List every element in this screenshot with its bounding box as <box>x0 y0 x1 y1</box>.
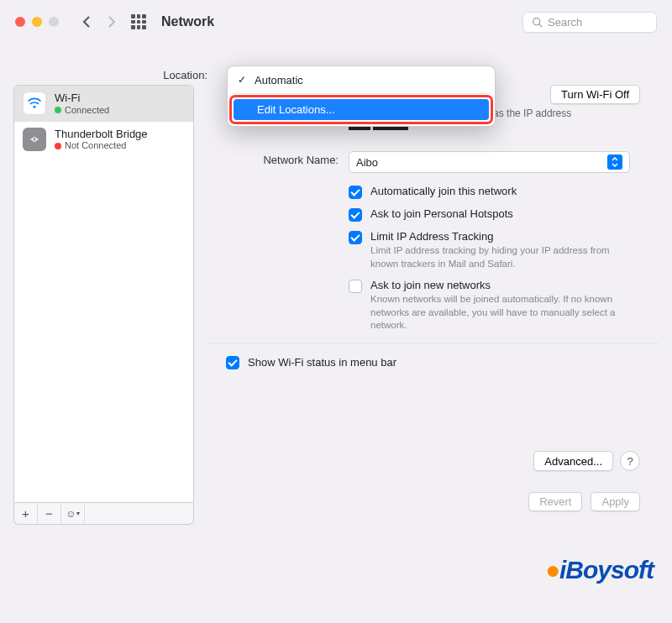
add-interface-button[interactable]: + <box>14 503 38 524</box>
search-icon <box>532 17 543 28</box>
network-name-value: Aibo <box>356 156 378 169</box>
hotspots-checkbox[interactable] <box>349 208 362 222</box>
ask-new-description: Known networks will be joined automatica… <box>370 293 631 332</box>
svg-point-2 <box>34 106 36 108</box>
auto-join-checkbox[interactable] <box>349 186 362 199</box>
watermark: ●iBoysoft <box>545 556 654 584</box>
auto-join-label: Automatically join this network <box>370 185 517 197</box>
advanced-button[interactable]: Advanced... <box>533 451 613 471</box>
location-dropdown: Automatic Edit Locations... <box>227 65 496 127</box>
forward-button[interactable] <box>102 13 121 31</box>
menubar-label: Show Wi-Fi status in menu bar <box>248 356 396 369</box>
search-field[interactable]: Search <box>522 12 657 33</box>
show-all-icon[interactable] <box>131 14 146 29</box>
sidebar-item-status: Not Connected <box>65 140 126 151</box>
sidebar-item-status: Connected <box>65 105 109 116</box>
chevron-updown-icon <box>607 154 622 170</box>
wifi-icon <box>23 92 46 115</box>
turn-wifi-off-button[interactable]: Turn Wi-Fi Off <box>550 85 640 104</box>
network-name-select[interactable]: Aibo <box>349 151 630 173</box>
location-option-edit[interactable]: Edit Locations... <box>234 99 489 120</box>
sidebar-item-name: Thunderbolt Bridge <box>55 128 148 141</box>
separator <box>206 343 659 343</box>
svg-line-1 <box>539 24 542 26</box>
limit-ip-label: Limit IP Address Tracking <box>370 230 631 243</box>
annotation-highlight: Edit Locations... <box>229 95 493 124</box>
search-placeholder: Search <box>548 16 582 29</box>
minimize-window-button[interactable] <box>32 17 42 27</box>
svg-point-0 <box>533 18 540 24</box>
sidebar-item-name: Wi-Fi <box>55 92 109 105</box>
apply-button[interactable]: Apply <box>591 492 640 511</box>
network-name-label: Network Name: <box>206 151 349 173</box>
sidebar-item-thunderbolt[interactable]: Thunderbolt Bridge Not Connected <box>14 122 193 158</box>
thunderbolt-icon <box>23 128 46 151</box>
interface-actions-button[interactable]: ☺︎▾ <box>61 503 85 524</box>
revert-button[interactable]: Revert <box>528 492 582 511</box>
ask-new-checkbox[interactable] <box>349 280 362 293</box>
limit-ip-checkbox[interactable] <box>349 231 362 244</box>
zoom-window-button <box>49 17 59 27</box>
location-option-automatic[interactable]: Automatic <box>231 70 491 91</box>
sidebar: Wi-Fi Connected Thunderbolt Bridge Not C… <box>13 85 194 525</box>
sidebar-item-wifi[interactable]: Wi-Fi Connected <box>14 86 193 122</box>
sidebar-tools: + − ☺︎▾ <box>13 503 194 525</box>
main-panel: Turn Wi-Fi Off Status: Connected Wi-Fi i… <box>206 85 659 525</box>
status-dot-green <box>55 107 61 113</box>
ask-new-label: Ask to join new networks <box>370 279 631 291</box>
dropdown-separator <box>231 93 491 94</box>
location-label: Location: <box>0 65 214 81</box>
window-controls <box>15 17 59 27</box>
remove-interface-button[interactable]: − <box>38 503 61 524</box>
status-dot-red <box>55 143 61 149</box>
help-button[interactable]: ? <box>620 451 640 471</box>
window-title: Network <box>161 14 214 29</box>
interface-list: Wi-Fi Connected Thunderbolt Bridge Not C… <box>13 85 194 503</box>
close-window-button[interactable] <box>15 17 25 27</box>
hotspots-label: Ask to join Personal Hotspots <box>370 207 513 220</box>
menubar-checkbox[interactable] <box>226 356 239 369</box>
limit-ip-description: Limit IP address tracking by hiding your… <box>370 244 631 270</box>
back-button[interactable] <box>77 13 96 31</box>
toolbar: Network Search <box>0 0 672 44</box>
